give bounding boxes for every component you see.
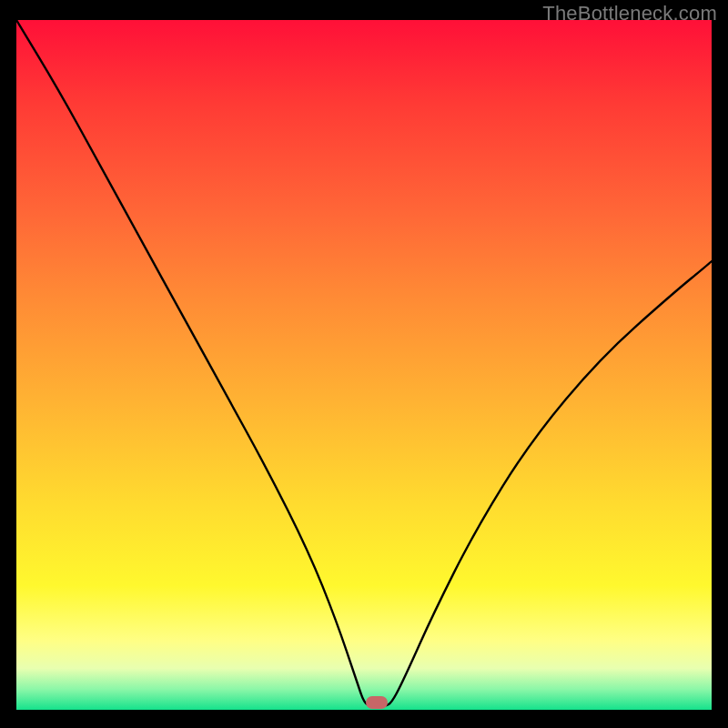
watermark-text: TheBottleneck.com xyxy=(542,2,717,25)
chart-stage: TheBottleneck.com xyxy=(0,0,728,728)
plot-area xyxy=(16,20,712,710)
curve-svg xyxy=(16,20,712,710)
bottleneck-curve xyxy=(16,20,712,706)
optimum-marker xyxy=(366,696,388,709)
